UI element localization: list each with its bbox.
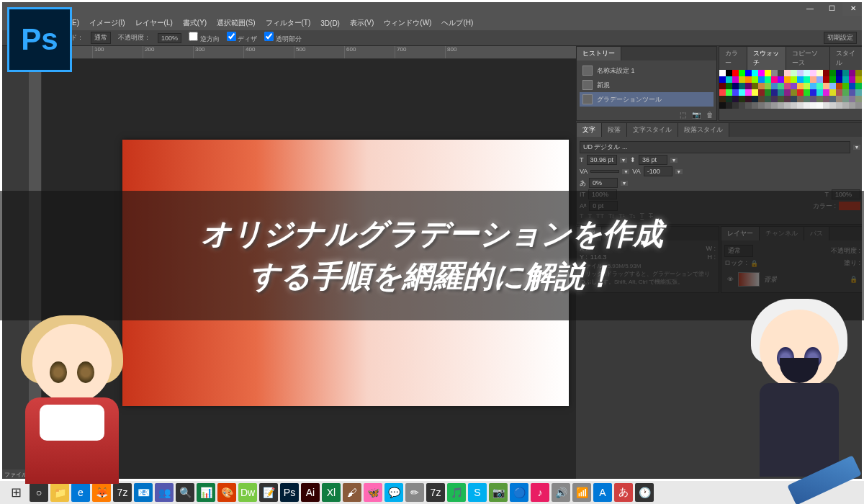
taskbar-icon[interactable]: 🕐 bbox=[635, 483, 654, 502]
swatch[interactable] bbox=[829, 83, 836, 89]
swatch[interactable] bbox=[719, 89, 726, 96]
swatch[interactable] bbox=[816, 89, 823, 96]
taskbar-icon[interactable]: 📊 bbox=[197, 483, 215, 502]
leading-input[interactable]: 36 pt bbox=[639, 155, 667, 165]
swatch[interactable] bbox=[752, 102, 758, 109]
swatch[interactable] bbox=[842, 70, 849, 76]
swatch[interactable] bbox=[752, 70, 758, 76]
swatch[interactable] bbox=[791, 96, 797, 102]
swatch[interactable] bbox=[726, 83, 732, 89]
menu-item[interactable]: 書式(Y) bbox=[183, 18, 207, 28]
taskbar-icon[interactable]: 🔍 bbox=[176, 483, 194, 502]
swatch[interactable] bbox=[842, 102, 849, 109]
swatch[interactable] bbox=[726, 70, 732, 76]
swatch[interactable] bbox=[823, 89, 829, 96]
swatch[interactable] bbox=[804, 76, 810, 83]
font-select[interactable]: UD デジタル ... bbox=[580, 141, 850, 153]
swatch[interactable] bbox=[726, 89, 732, 96]
swatch[interactable] bbox=[784, 96, 791, 102]
taskbar-icon[interactable]: 🖌 bbox=[343, 483, 361, 502]
swatch[interactable] bbox=[829, 76, 836, 83]
swatch[interactable] bbox=[765, 102, 771, 109]
history-tab[interactable]: ヒストリー bbox=[577, 47, 621, 60]
swatch[interactable] bbox=[771, 96, 778, 102]
swatch[interactable] bbox=[784, 89, 791, 96]
taskbar-icon[interactable]: あ bbox=[614, 483, 633, 502]
swatch[interactable] bbox=[829, 70, 836, 76]
swatches-grid[interactable] bbox=[719, 70, 863, 109]
swatch-tab[interactable]: スウォッチ bbox=[747, 47, 786, 70]
swatch[interactable] bbox=[778, 83, 784, 89]
swatch[interactable] bbox=[810, 89, 816, 96]
swatch[interactable] bbox=[732, 70, 739, 76]
swatch[interactable] bbox=[829, 89, 836, 96]
swatch[interactable] bbox=[745, 83, 752, 89]
swatch[interactable] bbox=[778, 70, 784, 76]
swatch[interactable] bbox=[816, 76, 823, 83]
swatch[interactable] bbox=[784, 70, 791, 76]
swatch[interactable] bbox=[804, 96, 810, 102]
menu-item[interactable]: 表示(V) bbox=[350, 18, 374, 28]
taskbar-icon[interactable]: A bbox=[593, 483, 612, 502]
swatch[interactable] bbox=[855, 102, 862, 109]
swatch[interactable] bbox=[771, 89, 778, 96]
swatch-tab[interactable]: カラー bbox=[719, 47, 747, 70]
swatch[interactable] bbox=[797, 83, 804, 89]
char-tab[interactable]: 文字 bbox=[577, 123, 602, 137]
swatch[interactable] bbox=[797, 76, 804, 83]
taskbar-icon[interactable]: Xl bbox=[322, 483, 341, 502]
swatch[interactable] bbox=[765, 70, 771, 76]
swatch[interactable] bbox=[758, 83, 765, 89]
swatch[interactable] bbox=[719, 96, 726, 102]
swatch[interactable] bbox=[745, 102, 752, 109]
taskbar-icon[interactable]: 📶 bbox=[572, 483, 591, 502]
swatch[interactable] bbox=[778, 96, 784, 102]
swatch[interactable] bbox=[745, 89, 752, 96]
swatch[interactable] bbox=[855, 76, 862, 83]
swatch[interactable] bbox=[726, 102, 732, 109]
swatch[interactable] bbox=[816, 96, 823, 102]
taskbar-icon[interactable]: S bbox=[468, 483, 487, 502]
swatch[interactable] bbox=[823, 70, 829, 76]
swatch[interactable] bbox=[816, 102, 823, 109]
swatch[interactable] bbox=[810, 76, 816, 83]
swatch[interactable] bbox=[726, 96, 732, 102]
swatch[interactable] bbox=[732, 76, 739, 83]
swatch[interactable] bbox=[745, 70, 752, 76]
swatch[interactable] bbox=[765, 76, 771, 83]
tracking-input[interactable]: -100 bbox=[644, 166, 672, 176]
menu-item[interactable]: 選択範囲(S) bbox=[217, 18, 255, 28]
taskbar-icon[interactable]: 💬 bbox=[384, 483, 403, 502]
close-button[interactable]: ✕ bbox=[842, 0, 864, 16]
history-snapshot-icon[interactable]: ⬚ bbox=[680, 111, 686, 119]
swatch[interactable] bbox=[771, 83, 778, 89]
swatch[interactable] bbox=[823, 83, 829, 89]
taskbar-icon[interactable]: ♪ bbox=[531, 483, 549, 502]
swatch[interactable] bbox=[842, 83, 849, 89]
swatch[interactable] bbox=[765, 96, 771, 102]
swatch[interactable] bbox=[784, 83, 791, 89]
swatch[interactable] bbox=[849, 96, 855, 102]
maximize-button[interactable]: ☐ bbox=[821, 0, 842, 16]
menu-item[interactable]: 3D(D) bbox=[320, 19, 340, 27]
swatch[interactable] bbox=[765, 89, 771, 96]
swatch[interactable] bbox=[804, 89, 810, 96]
scale-input[interactable]: 0% bbox=[589, 178, 618, 188]
swatch[interactable] bbox=[745, 96, 752, 102]
swatch[interactable] bbox=[810, 102, 816, 109]
swatch[interactable] bbox=[752, 89, 758, 96]
swatch[interactable] bbox=[739, 70, 745, 76]
opacity-input[interactable]: 100% bbox=[158, 33, 181, 43]
menu-item[interactable]: ウィンドウ(W) bbox=[384, 18, 431, 28]
swatch[interactable] bbox=[758, 70, 765, 76]
swatch[interactable] bbox=[836, 89, 842, 96]
swatch[interactable] bbox=[732, 83, 739, 89]
swatch[interactable] bbox=[804, 83, 810, 89]
swatch[interactable] bbox=[829, 102, 836, 109]
swatch[interactable] bbox=[797, 70, 804, 76]
dither-check[interactable]: ディザ bbox=[227, 32, 258, 44]
swatch[interactable] bbox=[758, 76, 765, 83]
char-tab[interactable]: 段落スタイル bbox=[678, 123, 729, 137]
swatch[interactable] bbox=[719, 102, 726, 109]
swatch[interactable] bbox=[855, 83, 862, 89]
